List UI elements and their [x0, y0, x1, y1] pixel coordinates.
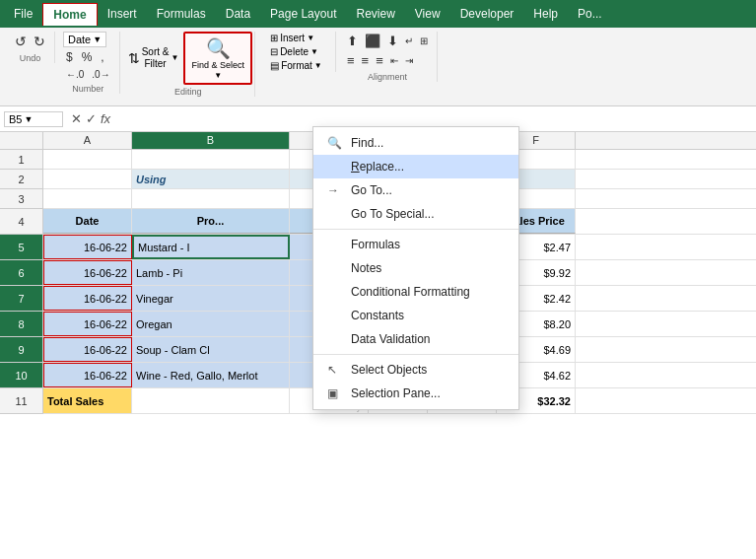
align-middle-button[interactable]: ⬛ [362, 32, 383, 50]
redo-button[interactable]: ↻ [31, 32, 48, 51]
cell-a7-date[interactable]: 16-06-22 [43, 286, 132, 311]
menu-item-goto-special[interactable]: Go To Special... [313, 202, 518, 226]
format-button[interactable]: ▤ Format ▼ [264, 59, 328, 72]
cell-b1[interactable] [132, 150, 290, 169]
find-icon: 🔍 [327, 136, 343, 150]
ribbon-group-editing: ⇅ Sort &Filter ▼ 🔍 Find & Select ▼ Editi… [122, 32, 255, 97]
find-select-chevron: ▼ [214, 71, 222, 80]
menu-item-formulas-label: Formulas [351, 238, 400, 251]
merge-center-button[interactable]: ⊞ [417, 32, 431, 50]
menu-item-goto[interactable]: → Go To... [313, 178, 518, 202]
menu-item-data-validation[interactable]: Data Validation [313, 327, 518, 351]
row-header-8[interactable]: 8 [0, 312, 42, 337]
ribbon-group-number: Date ▼ $ % , ←.0 .0→ Number [57, 32, 120, 94]
wrap-text-button[interactable]: ↵ [402, 32, 416, 50]
cell-b7-product[interactable]: Vinegar [132, 286, 290, 311]
menu-item-conditional-formatting-label: Conditional Formatting [351, 285, 470, 299]
cell-b3[interactable] [132, 189, 290, 208]
tab-more[interactable]: Po... [568, 3, 612, 25]
number-format-dropdown[interactable]: Date ▼ [63, 32, 106, 47]
tab-insert[interactable]: Insert [98, 3, 147, 25]
row-header-11[interactable]: 11 [0, 388, 42, 414]
tab-formulas[interactable]: Formulas [147, 3, 216, 25]
formula-icons: ✕ ✓ fx [71, 111, 110, 126]
increase-decimal-button[interactable]: .0→ [89, 67, 112, 82]
comma-button[interactable]: , [98, 48, 106, 66]
cell-a5-date[interactable]: 16-06-22 [43, 235, 132, 259]
align-center-button[interactable]: ≡ [359, 51, 373, 70]
row-header-9[interactable]: 9 [0, 337, 42, 363]
percent-button[interactable]: % [79, 48, 96, 66]
cell-b9-product[interactable]: Soup - Clam Cl [132, 337, 290, 362]
cell-a4-date-header[interactable]: Date [43, 209, 132, 234]
formula-cancel-icon[interactable]: ✕ [71, 111, 82, 126]
tab-data[interactable]: Data [216, 3, 260, 25]
col-header-a[interactable]: A [43, 132, 132, 149]
tab-file[interactable]: File [4, 3, 42, 25]
cell-a8-date[interactable]: 16-06-22 [43, 312, 132, 336]
cell-ref-chevron: ▼ [24, 114, 33, 124]
menu-item-select-objects[interactable]: ↖ Select Objects [313, 358, 518, 382]
ribbon-group-cells: ⊞ Insert ▼ ⊟ Delete ▼ ▤ Format ▼ [257, 32, 336, 72]
menu-separator-2 [313, 354, 518, 355]
sort-filter-button[interactable]: ⇅ Sort &Filter ▼ [124, 44, 183, 72]
find-select-button[interactable]: 🔍 Find & Select ▼ [183, 32, 252, 85]
tab-page-layout[interactable]: Page Layout [260, 3, 346, 25]
menu-item-goto-special-label: Go To Special... [351, 207, 435, 221]
increase-indent-button[interactable]: ⇥ [402, 51, 416, 70]
cell-b11[interactable] [132, 388, 290, 413]
cell-a10-date[interactable]: 16-06-22 [43, 363, 132, 387]
align-left-button[interactable]: ≡ [344, 51, 358, 70]
row-header-6[interactable]: 6 [0, 260, 42, 286]
cell-a9-date[interactable]: 16-06-22 [43, 337, 132, 362]
cell-b8-product[interactable]: Oregan [132, 312, 290, 336]
tab-bar: File Home Insert Formulas Data Page Layo… [0, 0, 756, 28]
tab-view[interactable]: View [405, 3, 450, 25]
cell-b10-product[interactable]: Wine - Red, Gallo, Merlot [132, 363, 290, 387]
menu-item-formulas[interactable]: Formulas [313, 233, 518, 256]
row-header-10[interactable]: 10 [0, 363, 42, 388]
row-header-2[interactable]: 2 [0, 170, 42, 189]
formula-enter-icon[interactable]: ✓ [86, 111, 97, 126]
cell-b2[interactable]: Using [132, 170, 290, 188]
menu-item-selection-pane[interactable]: ▣ Selection Pane... [313, 382, 518, 405]
cell-b4-product-header[interactable]: Pro... [132, 209, 290, 234]
cell-b6-product[interactable]: Lamb - Pi [132, 260, 290, 285]
cell-a11-total-label[interactable]: Total Sales [43, 388, 132, 413]
tab-help[interactable]: Help [523, 3, 568, 25]
menu-item-find[interactable]: 🔍 Find... [313, 131, 518, 155]
cell-a6-date[interactable]: 16-06-22 [43, 260, 132, 285]
tab-review[interactable]: Review [346, 3, 404, 25]
menu-item-notes[interactable]: Notes [313, 256, 518, 280]
tab-developer[interactable]: Developer [450, 3, 524, 25]
delete-button[interactable]: ⊟ Delete ▼ [264, 45, 328, 58]
insert-button[interactable]: ⊞ Insert ▼ [264, 32, 328, 44]
menu-item-conditional-formatting[interactable]: Conditional Formatting [313, 280, 518, 304]
ribbon: ↺ ↻ Undo Date ▼ $ % , ←.0 [0, 28, 756, 106]
decrease-indent-button[interactable]: ⇤ [387, 51, 401, 70]
tab-home[interactable]: Home [42, 3, 97, 26]
row-header-7[interactable]: 7 [0, 286, 42, 312]
menu-item-replace[interactable]: Replace... [313, 155, 518, 178]
menu-item-find-label: Find... [351, 136, 383, 150]
menu-item-select-objects-label: Select Objects [351, 363, 427, 377]
row-header-4[interactable]: 4 [0, 209, 42, 235]
cell-a2[interactable] [43, 170, 132, 188]
row-header-1[interactable]: 1 [0, 150, 42, 170]
align-right-button[interactable]: ≡ [373, 51, 386, 70]
cell-reference-box[interactable]: B5 ▼ [4, 111, 63, 127]
currency-button[interactable]: $ [63, 48, 76, 66]
row-header-5[interactable]: 5 [0, 235, 42, 260]
col-header-b[interactable]: B [132, 132, 290, 149]
number-format-value: Date [68, 34, 91, 45]
cell-a3[interactable] [43, 189, 132, 208]
formula-fx-icon[interactable]: fx [101, 111, 110, 126]
cell-a1[interactable] [43, 150, 132, 169]
align-bottom-button[interactable]: ⬇ [384, 32, 401, 50]
decrease-decimal-button[interactable]: ←.0 [63, 67, 87, 82]
align-top-button[interactable]: ⬆ [344, 32, 361, 50]
undo-button[interactable]: ↺ [12, 32, 30, 51]
cell-b5-product[interactable]: Mustard - I [132, 235, 290, 259]
row-header-3[interactable]: 3 [0, 189, 42, 209]
menu-item-constants[interactable]: Constants [313, 304, 518, 327]
